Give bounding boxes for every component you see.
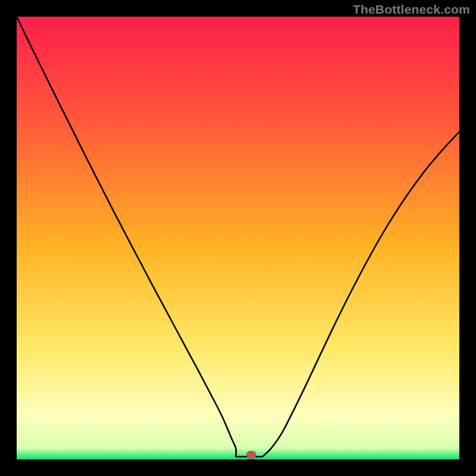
optimum-marker [247,452,256,459]
chart-svg [17,17,459,459]
attribution-watermark: TheBottleneck.com [353,2,470,17]
plot-area [17,17,459,459]
gradient-background [17,17,459,459]
outer-frame: TheBottleneck.com [0,0,476,476]
